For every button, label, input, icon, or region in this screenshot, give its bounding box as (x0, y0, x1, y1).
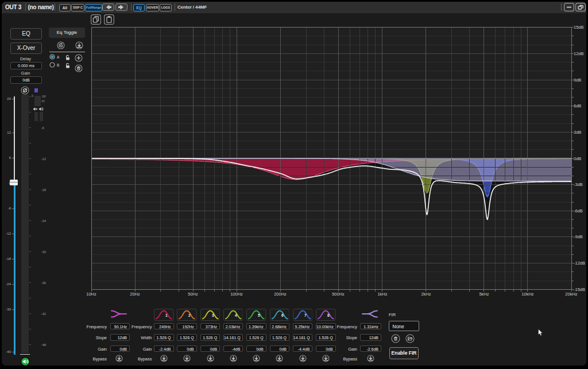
svg-text:12dB: 12dB (574, 51, 584, 56)
svg-text:6: 6 (281, 313, 284, 317)
svg-text:8: 8 (327, 313, 330, 317)
svg-text:2kHz: 2kHz (421, 292, 431, 297)
svg-text:4: 4 (235, 313, 237, 317)
svg-text:9dB: 9dB (574, 77, 581, 83)
svg-text:-3dB: -3dB (574, 182, 583, 187)
svg-text:3: 3 (212, 313, 214, 317)
svg-text:50Hz: 50Hz (188, 292, 198, 297)
svg-text:200Hz: 200Hz (274, 292, 287, 297)
svg-text:10Hz: 10Hz (86, 292, 96, 297)
svg-text:100Hz: 100Hz (230, 292, 243, 297)
svg-text:5kHz: 5kHz (479, 292, 489, 297)
svg-text:7: 7 (304, 313, 307, 317)
svg-text:15dB: 15dB (574, 25, 584, 30)
svg-text:0dB: 0dB (574, 156, 581, 161)
svg-text:5: 5 (258, 313, 260, 317)
svg-text:-6dB: -6dB (574, 208, 583, 213)
svg-text:500Hz: 500Hz (332, 292, 345, 297)
svg-text:2: 2 (188, 313, 191, 317)
svg-text:6dB: 6dB (574, 103, 581, 108)
svg-text:10kHz: 10kHz (521, 292, 534, 297)
svg-text:1kHz: 1kHz (377, 292, 387, 297)
svg-text:1: 1 (165, 313, 168, 317)
svg-text:20Hz: 20Hz (130, 292, 140, 297)
svg-text:3dB: 3dB (574, 130, 581, 135)
svg-text:20kHz: 20kHz (565, 292, 578, 297)
svg-text:-12dB: -12dB (574, 261, 585, 266)
svg-text:-9dB: -9dB (574, 234, 583, 239)
